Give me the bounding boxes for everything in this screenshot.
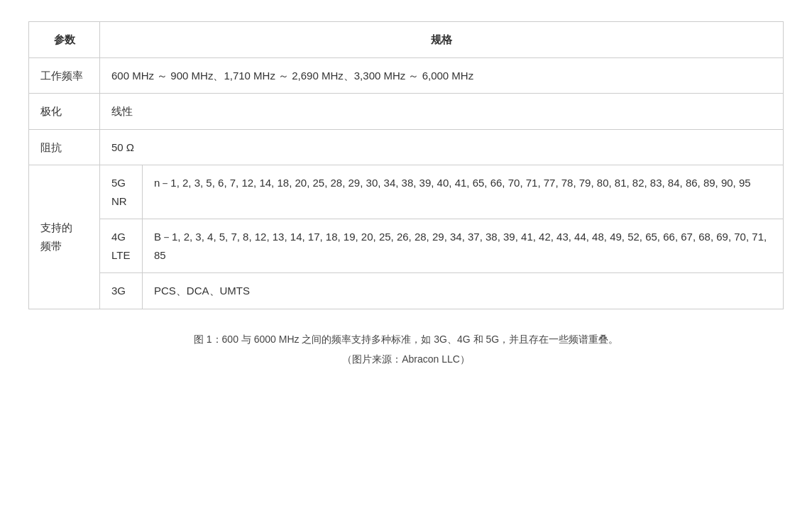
sub-label-4g: 4GLTE [100, 219, 143, 273]
caption-line2: （图片来源：Abracon LLC） [28, 349, 784, 369]
spec-cell-5g: n－1, 2, 3, 5, 6, 7, 12, 14, 18, 20, 25, … [143, 165, 784, 219]
table-row-band-5g: 支持的频带 5GNR n－1, 2, 3, 5, 6, 7, 12, 14, 1… [29, 165, 784, 219]
spec-cell: 线性 [100, 94, 784, 130]
spec-cell: 600 MHz ～ 900 MHz、1,710 MHz ～ 2,690 MHz、… [100, 57, 784, 94]
sub-label-5g: 5GNR [100, 165, 143, 219]
table-header-row: 参数 规格 [29, 22, 784, 58]
spec-cell: 50 Ω [100, 129, 784, 165]
param-cell-band: 支持的频带 [29, 165, 100, 309]
table-row-band-3g: 3G PCS、DCA、UMTS [29, 273, 784, 309]
header-param: 参数 [29, 22, 100, 58]
table-row: 阻抗 50 Ω [29, 129, 784, 165]
param-cell: 工作频率 [29, 57, 100, 94]
spec-cell-3g: PCS、DCA、UMTS [143, 273, 784, 309]
header-spec: 规格 [100, 22, 784, 58]
table-row: 极化 线性 [29, 94, 784, 130]
caption-line1: 图 1：600 与 6000 MHz 之间的频率支持多种标准，如 3G、4G 和… [28, 329, 784, 349]
spec-cell-4g: B－1, 2, 3, 4, 5, 7, 8, 12, 13, 14, 17, 1… [143, 219, 784, 273]
sub-label-3g: 3G [100, 273, 143, 309]
table-row-band-4g: 4GLTE B－1, 2, 3, 4, 5, 7, 8, 12, 13, 14,… [29, 219, 784, 273]
param-cell: 极化 [29, 94, 100, 130]
spec-table: 参数 规格 工作频率 600 MHz ～ 900 MHz、1,710 MHz ～… [28, 21, 784, 309]
table-row: 工作频率 600 MHz ～ 900 MHz、1,710 MHz ～ 2,690… [29, 57, 784, 94]
param-cell: 阻抗 [29, 129, 100, 165]
caption-area: 图 1：600 与 6000 MHz 之间的频率支持多种标准，如 3G、4G 和… [28, 329, 784, 369]
